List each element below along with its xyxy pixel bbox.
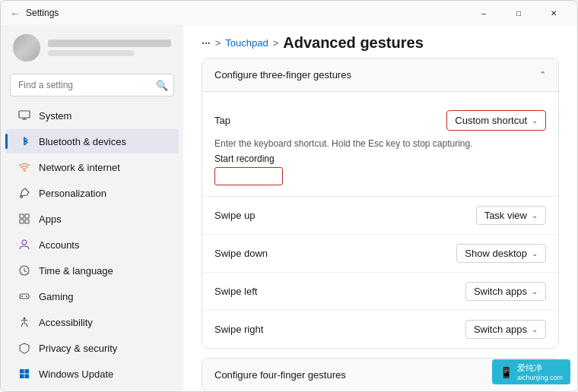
- sidebar-item-network[interactable]: Network & internet: [5, 155, 179, 179]
- swipe-right-chevron-icon: ⌄: [532, 325, 538, 334]
- svg-rect-7: [25, 214, 29, 218]
- svg-point-4: [24, 170, 25, 172]
- swipe-right-label: Swipe right: [214, 324, 263, 335]
- start-recording-label: Start recording: [214, 153, 546, 164]
- gamepad-icon: [17, 289, 31, 303]
- sidebar-item-accounts[interactable]: Accounts: [5, 232, 179, 257]
- recording-section: Enter the keyboard shortcut. Hold the Es…: [214, 138, 546, 196]
- search-icon: 🔍: [156, 80, 168, 91]
- svg-point-5: [21, 196, 23, 198]
- sidebar-label-apps: Apps: [39, 213, 62, 225]
- sidebar-label-time: Time & language: [39, 265, 113, 277]
- sidebar-item-apps[interactable]: Apps: [5, 207, 179, 231]
- watermark-text: 爱纯净 aichunjing.com: [517, 362, 563, 381]
- svg-rect-6: [20, 214, 24, 218]
- watermark-icon: 📱: [500, 366, 513, 378]
- maximize-button[interactable]: □: [501, 1, 536, 25]
- sidebar-label-update: Windows Update: [39, 368, 113, 380]
- sidebar-item-time[interactable]: Time & language: [5, 258, 179, 283]
- settings-window: ← Settings – □ ✕ 🔍: [0, 0, 578, 392]
- swipe-up-select[interactable]: Task view ⌄: [476, 206, 546, 225]
- sidebar-item-personalization[interactable]: Personalization: [5, 181, 179, 205]
- swipe-right-row: Swipe right Switch apps ⌄: [202, 311, 558, 348]
- svg-rect-20: [25, 369, 30, 374]
- person-icon: [17, 238, 31, 251]
- four-finger-title: Configure four-finger gestures: [214, 369, 346, 381]
- sidebar: 🔍 System: [1, 25, 183, 391]
- sidebar-profile: [1, 25, 183, 71]
- close-button[interactable]: ✕: [536, 1, 571, 25]
- svg-point-10: [22, 240, 27, 245]
- profile-name: [48, 40, 171, 47]
- three-finger-body: Tap Custom shortcut ⌄ Enter the keyboard…: [202, 92, 558, 348]
- swipe-down-chevron-icon: ⌄: [532, 249, 538, 258]
- paint-icon: [17, 186, 31, 200]
- three-finger-section: Configure three-finger gestures ⌃ Tap Cu…: [202, 58, 559, 349]
- sidebar-item-system[interactable]: System: [5, 103, 179, 128]
- swipe-right-select[interactable]: Switch apps ⌄: [465, 320, 546, 339]
- breadcrumb-sep1: >: [215, 37, 221, 49]
- sidebar-item-update[interactable]: Windows Update: [5, 362, 179, 386]
- svg-rect-14: [20, 294, 29, 299]
- custom-shortcut-dropdown[interactable]: Custom shortcut ⌄: [446, 110, 546, 131]
- swipe-up-value: Task view: [484, 210, 527, 221]
- breadcrumb-touchpad[interactable]: Touchpad: [225, 37, 268, 49]
- swipe-right-value: Switch apps: [474, 324, 527, 335]
- dropdown-chevron-icon: ⌄: [532, 116, 538, 125]
- sidebar-item-bluetooth[interactable]: Bluetooth & devices: [5, 129, 179, 153]
- tap-label: Tap: [214, 115, 230, 126]
- windows-icon: [17, 367, 31, 381]
- recording-input[interactable]: [214, 167, 283, 185]
- svg-point-18: [24, 318, 26, 320]
- three-finger-header[interactable]: Configure three-finger gestures ⌃: [202, 58, 558, 92]
- sidebar-label-accessibility: Accessibility: [39, 317, 93, 328]
- back-icon[interactable]: ←: [10, 8, 20, 19]
- swipe-down-value: Show desktop: [465, 248, 527, 259]
- search-input[interactable]: [10, 74, 174, 96]
- sidebar-label-bluetooth: Bluetooth & devices: [39, 136, 126, 147]
- shield-icon: [17, 341, 31, 355]
- minimize-button[interactable]: –: [466, 1, 501, 25]
- swipe-left-row: Swipe left Switch apps ⌄: [202, 273, 558, 311]
- swipe-up-chevron-icon: ⌄: [532, 211, 538, 220]
- swipe-left-select[interactable]: Switch apps ⌄: [465, 282, 546, 301]
- search-box: 🔍: [10, 74, 174, 96]
- svg-point-17: [26, 296, 27, 297]
- sidebar-item-privacy[interactable]: Privacy & security: [5, 336, 179, 360]
- sidebar-label-system: System: [39, 110, 71, 122]
- tap-row: Tap Custom shortcut ⌄ Enter the keyboard…: [202, 92, 558, 197]
- watermark: 📱 爱纯净 aichunjing.com: [492, 359, 570, 384]
- swipe-left-value: Switch apps: [474, 286, 527, 297]
- sidebar-label-privacy: Privacy & security: [39, 343, 117, 354]
- breadcrumb-sep2: >: [273, 37, 279, 49]
- swipe-down-row: Swipe down Show desktop ⌄: [202, 235, 558, 273]
- three-finger-title: Configure three-finger gestures: [214, 69, 351, 81]
- sidebar-label-personalization: Personalization: [39, 188, 106, 199]
- monitor-icon: [17, 109, 31, 122]
- title-bar: ← Settings – □ ✕: [1, 1, 577, 25]
- profile-email: [48, 50, 134, 56]
- bluetooth-icon: [17, 134, 31, 148]
- swipe-down-select[interactable]: Show desktop ⌄: [456, 244, 546, 263]
- swipe-up-label: Swipe up: [214, 210, 255, 221]
- settings-content: Configure three-finger gestures ⌃ Tap Cu…: [183, 58, 577, 391]
- clock-icon: [17, 264, 31, 277]
- swipe-left-chevron-icon: ⌄: [532, 287, 538, 296]
- svg-rect-21: [20, 375, 24, 379]
- main-layout: 🔍 System: [1, 25, 577, 391]
- content-area: ··· > Touchpad > Advanced gestures Confi…: [183, 25, 577, 391]
- svg-line-13: [24, 271, 27, 273]
- title-bar-left: ← Settings: [10, 8, 59, 19]
- wifi-icon: [17, 160, 31, 174]
- breadcrumb-current: Advanced gestures: [283, 34, 424, 52]
- avatar: [13, 34, 40, 62]
- breadcrumb: ··· > Touchpad > Advanced gestures: [183, 25, 577, 58]
- svg-rect-9: [25, 220, 29, 223]
- svg-rect-19: [20, 369, 24, 374]
- sidebar-item-gaming[interactable]: Gaming: [5, 284, 179, 308]
- title-bar-controls: – □ ✕: [466, 1, 571, 25]
- custom-shortcut-value: Custom shortcut: [455, 115, 527, 126]
- sidebar-item-accessibility[interactable]: Accessibility: [5, 310, 179, 334]
- breadcrumb-dots[interactable]: ···: [202, 37, 211, 49]
- swipe-down-label: Swipe down: [214, 248, 268, 259]
